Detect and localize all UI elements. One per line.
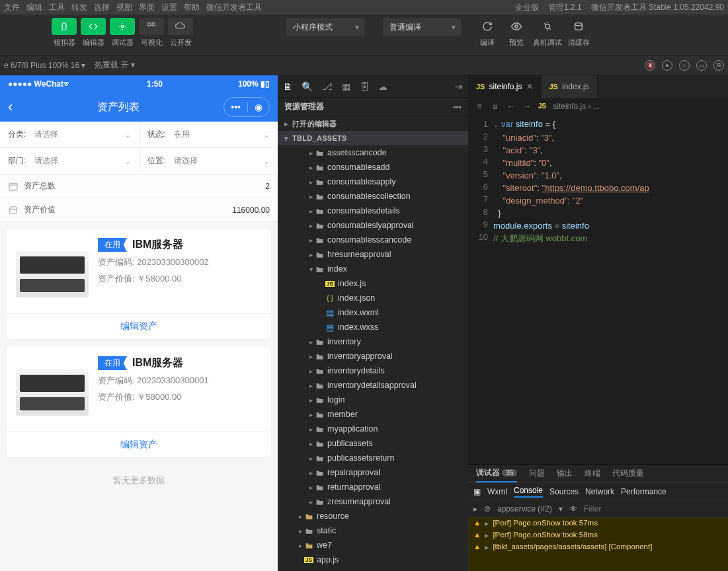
menu-item[interactable]: 编辑 — [26, 2, 42, 13]
tree-row[interactable]: ▸repairapproval — [278, 465, 468, 480]
code-editor[interactable]: 12345678910 ⌄var siteinfo = { "uniacid":… — [468, 115, 728, 464]
tree-row[interactable]: ▸consumablesscancode — [278, 233, 468, 247]
tree-row[interactable]: ▸resource — [278, 509, 468, 523]
copy-icon[interactable]: ⧉ — [713, 60, 724, 71]
menu-item[interactable]: 微信开发者工具 — [206, 2, 262, 13]
simulator-button[interactable] — [52, 18, 77, 35]
more-icon[interactable]: ••• — [453, 102, 462, 112]
filter-status[interactable]: 状态:在用⌄ — [139, 122, 278, 147]
tree-row[interactable]: ▸assetsscancode — [278, 145, 468, 160]
tree-row[interactable]: ▾index — [278, 262, 468, 276]
issues-tab[interactable]: 问题 — [529, 468, 545, 479]
compile-button[interactable] — [475, 18, 500, 35]
tree-row[interactable]: { }index.json — [278, 291, 468, 305]
tree-row[interactable]: ▸we7 — [278, 538, 468, 552]
db-icon[interactable]: 🗄 — [360, 81, 369, 92]
tree-row[interactable]: JSapp.js — [278, 552, 468, 567]
performance-tab[interactable]: Performance — [621, 487, 667, 496]
target-icon[interactable]: ◉ — [248, 102, 269, 112]
tree-row[interactable]: ▸returnapproval — [278, 480, 468, 494]
tree-row[interactable]: ▸hresumeapproval — [278, 247, 468, 262]
tree-row[interactable]: ▸inventorydetailsapproval — [278, 378, 468, 393]
tree-row[interactable]: ▸myapplication — [278, 422, 468, 436]
eye-icon[interactable]: 👁 — [569, 504, 577, 514]
tree-row[interactable]: ▤index.wxss — [278, 320, 468, 334]
tree-row[interactable]: ▸consumablesadd — [278, 160, 468, 174]
inspect-icon[interactable]: ▣ — [473, 487, 481, 496]
mode-select[interactable]: 小程序模式 — [286, 18, 365, 36]
breadcrumb[interactable]: siteinfo.js › ... — [553, 102, 600, 111]
menu-item[interactable]: 视图 — [116, 2, 132, 13]
clear-icon[interactable]: ⊘ — [484, 504, 491, 514]
phone-icon[interactable]: ▭ — [696, 60, 707, 71]
close-icon[interactable]: ✕ — [526, 82, 533, 91]
network-tab[interactable]: Network — [585, 487, 614, 496]
exit-icon[interactable]: ⇥ — [455, 81, 463, 92]
stop-icon[interactable]: ○ — [679, 60, 690, 71]
filter-category[interactable]: 分类:请选择⌄ — [0, 122, 139, 147]
tree-row[interactable]: ▸inventory — [278, 334, 468, 349]
mute-icon[interactable]: 🔇 — [645, 60, 655, 71]
editor-button[interactable] — [81, 18, 106, 35]
tree-row[interactable]: ▸consumablescollection — [278, 189, 468, 204]
record-icon[interactable]: ● — [662, 60, 672, 71]
tree-row[interactable]: { }app.json — [278, 567, 468, 571]
grid-icon[interactable]: ▦ — [342, 81, 350, 92]
tree-row[interactable]: ▸zresumeapproval — [278, 494, 468, 509]
asset-card[interactable]: 在用IBM服务器 资产编码: 202303300300001 资产价值: ￥58… — [7, 347, 271, 457]
debugger-tab[interactable]: 调试器 35 — [476, 465, 517, 482]
preview-button[interactable] — [504, 18, 529, 35]
debugger-button[interactable] — [110, 18, 135, 35]
menu-item[interactable]: 文件 — [4, 2, 20, 13]
edit-asset-button[interactable]: 编辑资产 — [7, 432, 271, 457]
tree-row[interactable]: ▸login — [278, 393, 468, 407]
capsule[interactable]: •••◉ — [223, 97, 270, 117]
branch-icon[interactable]: ⎇ — [322, 81, 333, 92]
more-icon[interactable]: ••• — [224, 102, 247, 112]
output-tab[interactable]: 输出 — [557, 468, 573, 479]
quality-tab[interactable]: 代码质量 — [612, 468, 644, 479]
bookmark-icon[interactable]: ⧇ — [491, 102, 500, 111]
cloud-icon[interactable]: ☁ — [378, 81, 387, 92]
tree-row[interactable]: JSindex.js — [278, 276, 468, 291]
root-folder[interactable]: ▾TBLD_ASSETS — [278, 131, 468, 145]
filter-dept[interactable]: 部门:请选择⌄ — [0, 148, 139, 174]
menu-item[interactable]: 帮助 — [184, 2, 200, 13]
filter-input[interactable] — [584, 504, 723, 514]
tree-row[interactable]: ▸consumablesdetails — [278, 204, 468, 218]
menu-item[interactable]: 界面 — [139, 2, 155, 13]
tree-row[interactable]: ▸consumablesapply — [278, 174, 468, 189]
cloud-button[interactable] — [168, 18, 193, 35]
nav-fwd-icon[interactable]: → — [522, 102, 532, 111]
tree-row[interactable]: ▸publicassets — [278, 436, 468, 451]
terminal-tab[interactable]: 终端 — [585, 468, 600, 479]
edit-asset-button[interactable]: 编辑资产 — [7, 313, 271, 339]
open-editors-section[interactable]: ▸打开的编辑器 — [278, 116, 468, 131]
hotreload-select[interactable]: 热重载 开 ▾ — [95, 59, 135, 71]
menu-item[interactable]: 工具 — [49, 2, 65, 13]
tree-row[interactable]: ▸static — [278, 523, 468, 538]
menu-item[interactable]: 转发 — [71, 2, 87, 13]
tree-row[interactable]: ▸member — [278, 407, 468, 422]
asset-card[interactable]: 在用IBM服务器 资产编码: 202303300300002 资产价值: ￥58… — [7, 229, 271, 339]
play-icon[interactable]: ▸ — [473, 504, 477, 514]
sources-tab[interactable]: Sources — [549, 487, 579, 496]
files-icon[interactable]: 🗎 — [283, 81, 292, 92]
compile-select[interactable]: 普通编译 — [382, 18, 462, 36]
clear-cache-button[interactable] — [566, 18, 591, 35]
menu-item[interactable]: 设置 — [161, 2, 177, 13]
tab-siteinfo[interactable]: JSsiteinfo.js✕ — [468, 75, 542, 98]
device-select[interactable]: e 6/7/8 Plus 100% 16 ▾ — [4, 61, 85, 70]
console-tab[interactable]: Console — [514, 486, 543, 498]
menu-item[interactable]: 选择 — [94, 2, 110, 13]
visual-button[interactable] — [139, 18, 164, 35]
back-icon[interactable]: ‹ — [8, 98, 13, 116]
list-icon[interactable]: ≡ — [475, 102, 484, 111]
tree-row[interactable]: ▸publicassetsreturn — [278, 451, 468, 465]
tab-index[interactable]: JSindex.js — [542, 75, 598, 98]
wxml-tab[interactable]: Wxml — [487, 487, 507, 496]
filter-location[interactable]: 位置:请选择⌄ — [139, 148, 278, 174]
tree-row[interactable]: ▤index.wxml — [278, 305, 468, 320]
tree-row[interactable]: ▸consumableslyapproval — [278, 218, 468, 233]
remote-debug-button[interactable] — [535, 18, 560, 35]
